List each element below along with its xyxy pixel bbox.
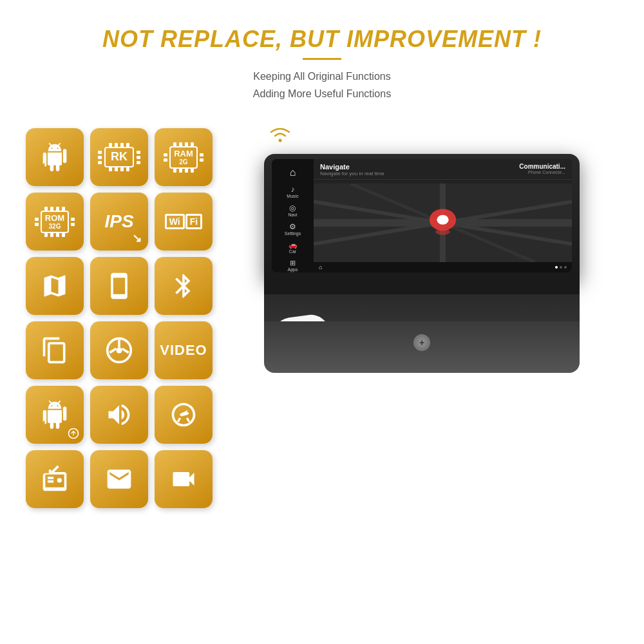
sidebar-navi[interactable]: ◎ Navi (287, 201, 298, 220)
icon-map (26, 257, 84, 315)
icon-wifi: Wi Fi (155, 193, 213, 251)
home-icon: ⌂ (272, 163, 314, 182)
icon-camera (155, 450, 213, 508)
icon-video-text: VIDEO (155, 321, 213, 379)
icons-grid: RK (26, 128, 213, 527)
subtitle: Keeping All Original Functions Adding Mo… (0, 68, 644, 102)
screen-main-area: Navigate Navigate for you in real time C… (314, 159, 572, 272)
icon-bluetooth (155, 257, 213, 315)
svg-point-15 (437, 215, 448, 225)
wifi-float-icon (264, 122, 296, 152)
icon-android (26, 128, 84, 186)
icon-copy (26, 321, 84, 379)
subtitle-line2: Adding More Useful Functions (253, 88, 391, 99)
icon-email (90, 450, 148, 508)
device-mount: + (264, 321, 580, 373)
nav-subtitle: Navigate for you in real time (320, 171, 384, 176)
icon-rk-chip: RK (90, 128, 148, 186)
nav-title: Navigate (320, 163, 384, 171)
icon-rom: ROM 32G (26, 193, 84, 251)
icon-ips: IPS ↘ (90, 193, 148, 251)
device-area: ⌂ ♪ Music ◎ Navi ⚙ (225, 128, 618, 527)
svg-line-3 (109, 349, 116, 353)
screen-sidebar: ⌂ ♪ Music ◎ Navi ⚙ (272, 159, 314, 272)
svg-point-6 (57, 478, 62, 483)
content-area: RK (0, 109, 644, 527)
screen-bottom-bar: ⌂ (314, 262, 572, 272)
screw: + (413, 334, 430, 351)
sidebar-apps[interactable]: ⊞ Apps (287, 256, 299, 272)
sidebar-car[interactable]: 🚗 Car (287, 238, 299, 256)
device-top-bezel: ⌂ ♪ Music ◎ Navi ⚙ (264, 154, 580, 279)
svg-point-16 (435, 229, 450, 235)
icon-gauge (155, 386, 213, 444)
icon-sound (90, 386, 148, 444)
icon-radio (26, 450, 84, 508)
map-area (314, 184, 572, 262)
svg-point-7 (279, 139, 282, 142)
comm-title: Communicati... (519, 163, 565, 170)
page: NOT REPLACE, BUT IMPROVEMENT ! Keeping A… (0, 0, 644, 644)
sidebar-music[interactable]: ♪ Music (285, 182, 299, 201)
icon-ram: RAM 2G (155, 128, 213, 186)
sidebar-settings[interactable]: ⚙ Settings (283, 220, 302, 238)
comm-subtitle: Phone Connecte... (519, 170, 565, 175)
svg-point-1 (116, 348, 122, 354)
screen: ⌂ ♪ Music ◎ Navi ⚙ (272, 159, 572, 272)
icon-steering (90, 321, 148, 379)
svg-line-4 (122, 349, 129, 353)
title-underline (303, 58, 341, 60)
icon-mirror (90, 257, 148, 315)
bottom-dots (555, 266, 567, 269)
subtitle-line1: Keeping All Original Functions (253, 71, 390, 82)
bottom-home: ⌂ (319, 264, 322, 270)
main-title: NOT REPLACE, BUT IMPROVEMENT ! (0, 26, 644, 53)
header: NOT REPLACE, BUT IMPROVEMENT ! Keeping A… (0, 0, 644, 109)
icon-android-auto (26, 386, 84, 444)
